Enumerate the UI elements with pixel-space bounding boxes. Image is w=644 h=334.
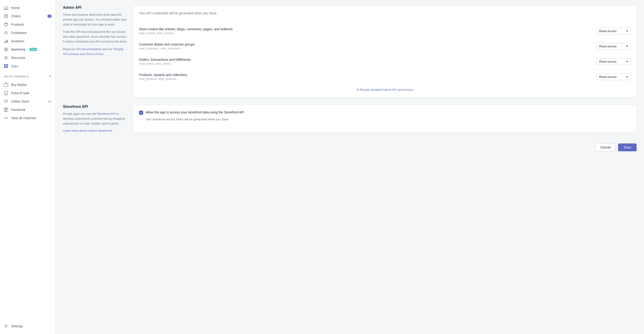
sidebar-item-customers[interactable]: Customers <box>0 29 55 37</box>
sidebar-item-discounts[interactable]: Discounts <box>0 54 55 62</box>
sidebar-item-products[interactable]: Products <box>0 20 55 29</box>
buy-button-label: Buy Button <box>11 83 27 87</box>
permission-select-orders[interactable]: No access Read access Read and write <box>596 58 631 65</box>
storefront-api-description: Storefront API Private apps can use the … <box>63 105 128 132</box>
view-all-label: View all channels <box>11 116 36 120</box>
api-doc-link[interactable]: API documentation <box>76 47 101 51</box>
permission-name-customer-details: Customer details and customer groups <box>139 42 596 46</box>
sidebar: Home Orders 1 Products <box>0 0 56 334</box>
sidebar-item-apps[interactable]: Apps <box>0 62 55 70</box>
add-channel-icon[interactable]: + <box>49 74 52 79</box>
analytics-label: Analytics <box>11 39 24 43</box>
sidebar-item-home[interactable]: Home <box>0 4 55 12</box>
permission-name-orders: Orders, transactions and fulfillments <box>139 58 596 61</box>
svg-point-12 <box>5 57 6 57</box>
permission-info-orders: Orders, transactions and fulfillments re… <box>139 58 596 65</box>
admin-api-description: Admin API These permissions determine wh… <box>63 5 128 97</box>
eye-icon <box>48 100 52 103</box>
admin-api-title: Admin API <box>63 5 128 10</box>
storefront-api-section: Storefront API Private apps can use the … <box>63 105 636 132</box>
admin-api-section: Admin API These permissions determine wh… <box>63 5 636 97</box>
sidebar-item-analytics[interactable]: Analytics <box>0 37 55 45</box>
marketing-icon <box>4 47 8 52</box>
svg-point-13 <box>6 58 7 59</box>
permission-select-products[interactable]: No access Read access Read and write <box>596 73 631 80</box>
permission-info-products: Products, variants and collections read_… <box>139 73 596 81</box>
admin-api-panel: Your API credentials will be generated w… <box>133 5 636 97</box>
storefront-token-note: Your storefront access token will be gen… <box>146 118 631 121</box>
pos-icon <box>4 91 8 95</box>
sidebar-item-orders[interactable]: Orders 1 <box>0 12 55 20</box>
storefront-checkbox-row: Allow this app to access your storefront… <box>139 110 631 115</box>
buy-button-icon <box>4 82 8 87</box>
marketing-new-badge: New <box>30 48 37 51</box>
pos-label: Point of Sale <box>11 91 30 95</box>
sidebar-item-view-all[interactable]: View all channels <box>0 114 55 122</box>
storefront-checkbox[interactable] <box>139 111 143 115</box>
permission-scopes-customer-details: read_customers, write_customers <box>139 47 596 50</box>
cancel-button[interactable]: Cancel <box>596 144 615 151</box>
review-permissions-link[interactable]: ▼ Review disabled Admin API permissions <box>139 88 631 91</box>
svg-point-25 <box>4 118 5 119</box>
permission-scopes-products: read_products, write_products <box>139 77 596 81</box>
permission-row-store-content: Store content like articles, blogs, comm… <box>139 23 631 39</box>
svg-point-27 <box>7 118 8 119</box>
permission-select-customer-details[interactable]: No access Read access Read and write <box>596 43 631 50</box>
permission-name-products: Products, variants and collections <box>139 73 596 77</box>
admin-api-desc2: Treat the API key and password like you … <box>63 29 128 44</box>
analytics-icon <box>4 39 8 43</box>
admin-api-desc1: These permissions determine what data th… <box>63 12 128 27</box>
svg-rect-9 <box>6 41 6 43</box>
svg-rect-20 <box>5 91 8 95</box>
permission-row-orders: Orders, transactions and fulfillments re… <box>139 54 631 69</box>
permission-info-customer-details: Customer details and customer groups rea… <box>139 42 596 50</box>
learn-more-link[interactable]: Learn more about custom storefronts. <box>63 129 113 132</box>
permission-scopes-store-content: read_content, write_content <box>139 32 596 35</box>
dots-icon <box>4 116 8 120</box>
permission-row-customer-details: Customer details and customer groups rea… <box>139 39 631 54</box>
svg-point-26 <box>6 118 6 119</box>
permission-row-products: Products, variants and collections read_… <box>139 69 631 84</box>
sidebar-item-online-store[interactable]: Online Store <box>0 97 55 106</box>
facebook-icon <box>4 107 8 112</box>
customers-icon <box>4 30 8 35</box>
settings-icon <box>4 324 8 329</box>
storefront-api-desc: Private apps can use the Storefront API … <box>63 112 128 126</box>
marketing-label: Marketing <box>11 48 25 51</box>
svg-rect-8 <box>4 42 5 43</box>
storefront-api-link[interactable]: Storefront API <box>97 112 116 116</box>
permission-select-store-content[interactable]: No access Read access Read and write <box>596 28 631 34</box>
permission-scopes-orders: read_orders, write_orders <box>139 62 596 65</box>
customers-label: Customers <box>11 31 27 35</box>
products-label: Products <box>11 23 24 26</box>
footer-buttons: Cancel Save <box>63 140 636 151</box>
svg-point-28 <box>5 326 7 327</box>
apps-icon <box>4 64 8 68</box>
discounts-icon <box>4 55 8 60</box>
online-store-icon <box>4 99 8 104</box>
save-button[interactable]: Save <box>618 144 636 151</box>
sidebar-item-facebook[interactable]: Facebook <box>0 106 55 114</box>
svg-rect-10 <box>7 40 8 43</box>
main-content: Admin API These permissions determine wh… <box>56 0 644 334</box>
svg-rect-15 <box>4 64 6 66</box>
sidebar-item-marketing[interactable]: Marketing New <box>0 45 55 54</box>
svg-rect-19 <box>4 84 8 86</box>
products-icon <box>4 22 8 27</box>
storefront-api-title: Storefront API <box>63 105 128 109</box>
discounts-label: Discounts <box>11 56 25 60</box>
storefront-checkbox-label: Allow this app to access your storefront… <box>146 110 244 114</box>
sidebar-item-buy-button[interactable]: Buy Button <box>0 81 55 89</box>
permission-info-store-content: Store content like articles, blogs, comm… <box>139 27 596 35</box>
sidebar-item-point-of-sale[interactable]: Point of Sale <box>0 89 55 97</box>
svg-rect-16 <box>6 64 8 66</box>
orders-badge: 1 <box>48 14 52 18</box>
svg-point-23 <box>49 101 50 102</box>
orders-label: Orders <box>11 14 21 18</box>
orders-icon <box>4 14 8 18</box>
facebook-label: Facebook <box>11 108 25 112</box>
permission-name-store-content: Store content like articles, blogs, comm… <box>139 27 596 31</box>
online-store-label: Online Store <box>11 100 29 103</box>
home-label: Home <box>11 6 20 10</box>
sidebar-item-settings[interactable]: Settings <box>0 322 55 330</box>
